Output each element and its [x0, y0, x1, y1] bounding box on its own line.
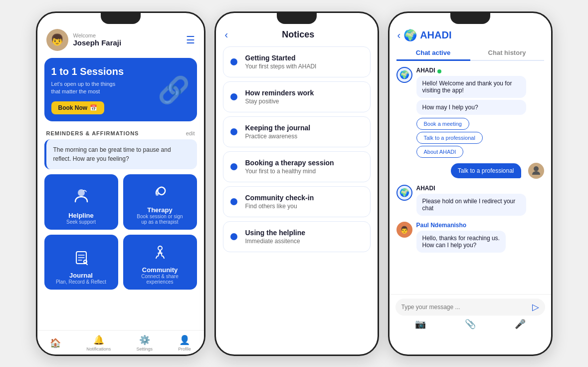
list-dot	[230, 58, 237, 65]
bot-bubble-2: Please hold on while I redirect your cha…	[416, 194, 526, 216]
list-dot	[230, 93, 237, 100]
nav-settings[interactable]: ⚙️ Settings	[137, 335, 153, 352]
book-now-button[interactable]: Book Now 📅	[51, 101, 105, 114]
list-dot	[230, 128, 237, 135]
list-dot	[230, 233, 237, 240]
human-avatar: 👨	[396, 222, 412, 238]
p1-welcome: Welcome Joseph Faraji	[73, 32, 122, 47]
home-icon: 🏠	[50, 338, 61, 349]
send-button[interactable]: ▷	[532, 302, 539, 313]
list-item[interactable]: How reminders work Stay positive	[223, 81, 371, 112]
bot-name-row: AHADI	[416, 67, 526, 76]
chat-input-area: ▷ 📷 📎 🎤	[390, 294, 551, 335]
bot-name: AHADI	[416, 67, 435, 74]
bot-message-content-2: AHADI Please hold on while I redirect yo…	[416, 185, 526, 218]
message-input[interactable]	[401, 304, 528, 311]
list-item[interactable]: Getting Started Your first steps with AH…	[223, 46, 371, 77]
human-bubble: Hello, thanks for reaching us.How can I …	[416, 231, 506, 253]
notices-title: Notices	[228, 29, 368, 40]
item-title: How reminders work	[245, 89, 363, 97]
p1-header: 👦 Welcome Joseph Faraji ☰	[37, 24, 204, 54]
item-title: Getting Started	[245, 54, 363, 62]
session-title: 1 to 1 Sessions	[51, 66, 124, 77]
action-buttons: Book a meeting Talk to a professional Ab…	[416, 117, 526, 159]
chat-tabs: Chat active Chat history	[396, 45, 544, 61]
edit-button[interactable]: edit	[186, 130, 195, 136]
human-message-row: 👨 Paul Ndemanisho Hello, thanks for reac…	[396, 222, 544, 255]
user-avatar-icon	[530, 165, 542, 177]
camera-icon[interactable]: 📷	[415, 319, 426, 330]
reminders-title: REMINDERS & AFFIRMATIONS	[46, 130, 139, 136]
list-item[interactable]: Booking a therapy session Your first to …	[223, 151, 371, 182]
attachment-icon[interactable]: 📎	[465, 319, 476, 330]
book-now-label: Book Now	[58, 104, 88, 111]
journal-button[interactable]: Journal Plan, Record & Reflect	[44, 235, 118, 290]
therapy-icon	[151, 181, 169, 199]
community-button[interactable]: Community Connect & shareexperiences	[123, 235, 197, 290]
tab-chat-history[interactable]: Chat history	[470, 45, 544, 61]
calendar-icon: 📅	[90, 104, 97, 111]
book-meeting-button[interactable]: Book a meeting	[416, 118, 469, 130]
tab-chat-active[interactable]: Chat active	[396, 45, 470, 61]
list-dot	[230, 198, 237, 205]
settings-label: Settings	[137, 347, 153, 352]
microphone-icon[interactable]: 🎤	[515, 319, 526, 330]
nav-home[interactable]: 🏠	[50, 338, 61, 349]
notices-list: Getting Started Your first steps with AH…	[216, 43, 378, 255]
journal-label: Journal	[69, 272, 93, 279]
nav-profile[interactable]: 👤 Profile	[178, 335, 191, 352]
talk-professional-button[interactable]: Talk to a professional	[416, 132, 483, 144]
profile-label: Profile	[178, 347, 191, 352]
input-row: ▷	[395, 299, 545, 316]
phone-2: ‹ Notices Getting Started Your first ste…	[214, 11, 379, 356]
therapy-button[interactable]: Therapy Book session or signup as a ther…	[123, 174, 197, 230]
bot-message-row-2: 🌍 AHADI Please hold on while I redirect …	[396, 185, 544, 218]
bot-message-content: AHADI Hello! Welcome and thank you for v…	[416, 67, 526, 159]
session-text: 1 to 1 Sessions Let's open up to the thi…	[51, 66, 124, 115]
community-icon	[151, 243, 169, 261]
item-sub: Your first to a healthy mind	[245, 168, 363, 175]
menu-icon[interactable]: ☰	[186, 34, 195, 46]
list-item[interactable]: Using the helpline Immediate assitence	[223, 221, 371, 252]
bot-bubble: Hello! Welcome and thank you for visitin…	[416, 76, 526, 98]
online-indicator	[437, 69, 441, 73]
journal-icon	[72, 249, 90, 267]
bot-message-row: 🌍 AHADI Hello! Welcome and thank you for…	[396, 67, 544, 159]
svg-point-7	[158, 246, 162, 250]
user-avatar	[528, 163, 544, 179]
list-item[interactable]: Keeping the journal Practice awareness	[223, 116, 371, 147]
session-subtitle: Let's open up to the thingsthat matter t…	[51, 80, 124, 96]
item-title: Booking a therapy session	[245, 159, 363, 167]
ahadi-logo-icon: 🌍	[403, 29, 417, 42]
session-card: 1 to 1 Sessions Let's open up to the thi…	[44, 58, 197, 122]
settings-icon: ⚙️	[139, 335, 150, 346]
p2-header: ‹ Notices	[216, 24, 378, 43]
item-sub: Practice awareness	[245, 133, 363, 140]
avatar: 👦	[46, 29, 68, 51]
bottom-nav: 🏠 🔔 Notifications ⚙️ Settings 👤 Profile	[37, 330, 204, 355]
profile-icon: 👤	[179, 335, 190, 346]
list-item[interactable]: Community check-in Find others like you	[223, 186, 371, 217]
item-sub: Stay positive	[245, 98, 363, 105]
helpline-button[interactable]: Helpline Seek support	[44, 174, 118, 230]
nav-notifications[interactable]: 🔔 Notifications	[86, 335, 111, 352]
screens-container: 👦 Welcome Joseph Faraji ☰ 1 to 1 Session…	[26, 1, 563, 366]
p3-header: ‹ 🌍 AHADI	[390, 24, 551, 45]
reminder-text: The morning can be great time to pause a…	[53, 146, 171, 162]
ahadi-avatar: 🌍	[396, 67, 412, 83]
bot-name-2: AHADI	[416, 185, 526, 192]
item-sub: Find others like you	[245, 203, 363, 210]
chat-area: 🌍 AHADI Hello! Welcome and thank you for…	[390, 64, 551, 295]
item-sub: Immediate assitence	[245, 238, 363, 245]
back-button[interactable]: ‹	[397, 29, 401, 41]
back-button[interactable]: ‹	[225, 29, 228, 40]
p1-header-left: 👦 Welcome Joseph Faraji	[46, 29, 122, 51]
about-ahadi-button[interactable]: About AHADI	[416, 146, 464, 158]
helpline-sub: Seek support	[66, 219, 96, 225]
community-label: Community	[142, 266, 178, 274]
ahadi-title: AHADI	[420, 29, 451, 41]
notifications-icon: 🔔	[93, 335, 104, 346]
notifications-label: Notifications	[86, 347, 111, 352]
item-title: Community check-in	[245, 194, 363, 202]
input-bottom-icons: 📷 📎 🎤	[395, 316, 545, 331]
